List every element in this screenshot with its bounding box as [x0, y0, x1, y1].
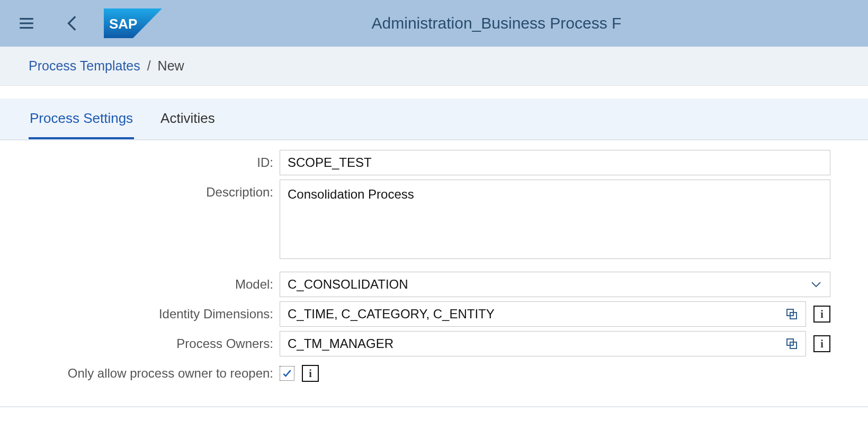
process-owners-input[interactable]: C_TM_MANAGER: [280, 331, 806, 356]
breadcrumb-current: New: [158, 58, 184, 73]
info-icon[interactable]: i: [813, 306, 830, 323]
info-icon[interactable]: i: [813, 335, 830, 352]
model-label: Model:: [0, 272, 280, 297]
shell-left-controls: SAP: [11, 7, 162, 39]
id-label: ID:: [0, 150, 280, 175]
identity-dimensions-input[interactable]: C_TIME, C_CATEGORY, C_ENTITY: [280, 301, 806, 327]
form-process-settings: ID: Description: Model: C_CONSOLIDATION …: [0, 140, 868, 406]
info-icon[interactable]: i: [302, 365, 319, 382]
breadcrumb-link-templates[interactable]: Process Templates: [29, 58, 140, 73]
id-input[interactable]: [280, 150, 830, 175]
process-owners-value: C_TM_MANAGER: [288, 336, 393, 351]
model-select[interactable]: C_CONSOLIDATION: [280, 272, 830, 297]
description-input[interactable]: [280, 180, 830, 259]
shell-bar: SAP Administration_Business Process F: [0, 0, 868, 47]
svg-text:SAP: SAP: [109, 16, 137, 32]
identity-dimensions-value: C_TIME, C_CATEGORY, C_ENTITY: [288, 307, 495, 321]
breadcrumb: Process Templates / New: [0, 47, 868, 86]
tab-bar: Process Settings Activities: [0, 99, 868, 140]
reopen-checkbox[interactable]: [280, 366, 294, 381]
tab-activities[interactable]: Activities: [159, 99, 216, 139]
shell-title: Administration_Business Process F: [372, 14, 622, 32]
identity-dimensions-label: Identity Dimensions:: [0, 301, 280, 327]
value-help-icon[interactable]: [784, 336, 799, 351]
hamburger-icon[interactable]: [11, 7, 42, 39]
description-label: Description:: [0, 180, 280, 205]
breadcrumb-separator: /: [147, 58, 151, 73]
model-value: C_CONSOLIDATION: [288, 277, 408, 292]
sap-logo: SAP: [104, 8, 162, 38]
back-button[interactable]: [57, 7, 89, 39]
value-help-icon[interactable]: [784, 307, 799, 321]
chevron-down-icon[interactable]: [809, 277, 824, 292]
process-owners-label: Process Owners:: [0, 331, 280, 356]
tab-process-settings[interactable]: Process Settings: [29, 99, 134, 139]
reopen-label: Only allow process owner to reopen:: [0, 361, 280, 386]
